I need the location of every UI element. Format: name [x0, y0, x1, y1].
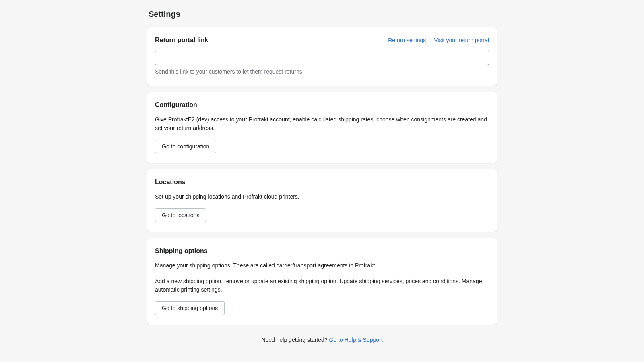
shipping-options-description-2: Add a new shipping option, remove or upd…	[155, 277, 489, 294]
return-portal-link-input[interactable]	[155, 51, 489, 65]
locations-description: Set up your shipping locations and Profr…	[155, 193, 489, 201]
footer-text: Need help getting started?	[261, 337, 329, 343]
return-portal-helper: Send this link to your customers to let …	[155, 68, 489, 76]
go-to-locations-button[interactable]: Go to locations	[155, 208, 206, 222]
page-title: Settings	[147, 8, 497, 20]
locations-title: Locations	[155, 177, 489, 187]
visit-return-portal-link[interactable]: Visit your return portal	[434, 36, 489, 45]
go-to-configuration-button[interactable]: Go to configuration	[155, 140, 216, 153]
go-to-shipping-options-button[interactable]: Go to shipping options	[155, 301, 225, 315]
locations-card: Locations Set up your shipping locations…	[147, 169, 497, 232]
configuration-card: Configuration Give ProfraktE2 (dev) acce…	[147, 92, 497, 163]
shipping-options-card: Shipping options Manage your shipping op…	[147, 238, 497, 325]
help-support-link[interactable]: Go to Help & Support	[329, 337, 383, 343]
return-portal-card: Return portal link Return settings Visit…	[147, 27, 497, 86]
shipping-options-title: Shipping options	[155, 246, 489, 256]
return-settings-link[interactable]: Return settings	[388, 36, 426, 45]
configuration-description: Give ProfraktE2 (dev) access to your Pro…	[155, 115, 489, 132]
return-portal-title: Return portal link	[155, 35, 208, 45]
shipping-options-description-1: Manage your shipping options. These are …	[155, 261, 489, 270]
configuration-title: Configuration	[155, 100, 489, 110]
help-footer: Need help getting started? Go to Help & …	[147, 336, 497, 344]
